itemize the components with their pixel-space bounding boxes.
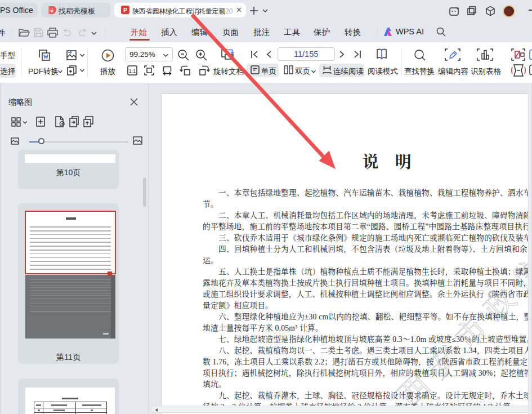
svg-text:P: P bbox=[123, 7, 127, 14]
svg-text:1:1: 1:1 bbox=[129, 68, 136, 74]
